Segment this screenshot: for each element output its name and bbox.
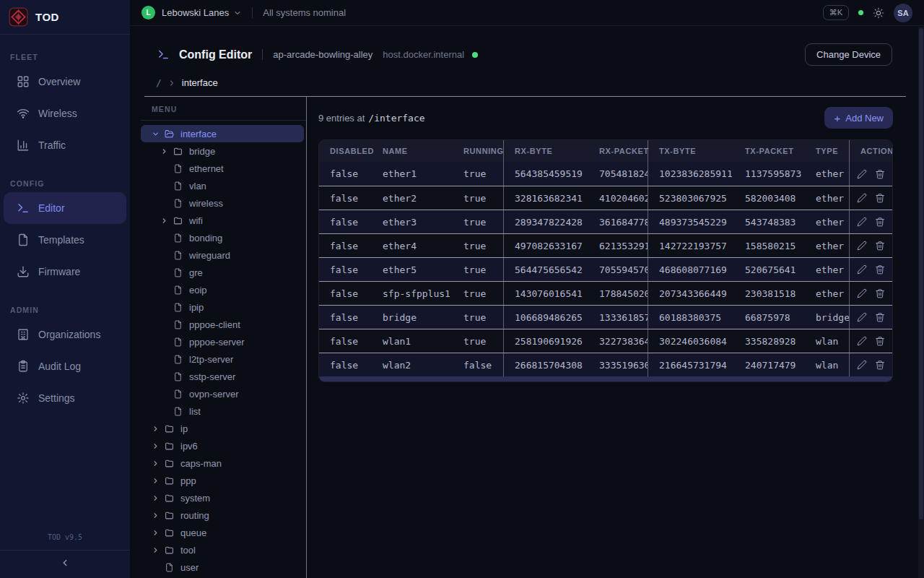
tree-item-label: ovpn-server (189, 389, 239, 400)
tree-item-pppoe-client[interactable]: pppoe-client (141, 316, 304, 333)
vertical-scrollbar-thumb[interactable] (919, 28, 923, 519)
sidebar-item-settings[interactable]: Settings (4, 382, 126, 414)
chevron-right-icon (152, 494, 165, 502)
tree-item-ovpn-server[interactable]: ovpn-server (141, 385, 304, 402)
theme-toggle-sun-icon[interactable] (873, 7, 884, 19)
sidebar-item-overview[interactable]: Overview (4, 66, 126, 98)
chart-icon (17, 139, 30, 152)
tree-item-caps-man[interactable]: caps-man (141, 454, 304, 472)
cell-running: true (453, 168, 503, 179)
delete-icon[interactable] (875, 169, 885, 179)
edit-icon[interactable] (857, 241, 867, 251)
change-device-button[interactable]: Change Device (805, 43, 892, 66)
cell-disabled: false (319, 241, 372, 251)
tree-item-ip[interactable]: ip (141, 420, 304, 437)
sidebar-item-editor[interactable]: Editor (4, 192, 126, 224)
org-selector[interactable]: Lebowski Lanes (162, 7, 229, 18)
tree-item-routing[interactable]: routing (141, 506, 304, 524)
header-divider (262, 49, 263, 60)
breadcrumb-root[interactable]: / (156, 77, 162, 88)
brand-logo[interactable]: TOD (0, 0, 130, 35)
cell-rx_packet: 322738364 (588, 336, 648, 347)
sidebar-item-audit-log[interactable]: Audit Log (4, 350, 126, 382)
command-palette-shortcut[interactable]: ⌘K (823, 5, 849, 20)
tree-item-queue[interactable]: queue (141, 524, 304, 541)
sidebar-item-traffic[interactable]: Traffic (4, 129, 126, 161)
cell-name: ether2 (372, 193, 453, 204)
edit-icon[interactable] (857, 288, 867, 298)
cell-type: ether (805, 241, 849, 251)
edit-icon[interactable] (857, 360, 867, 370)
edit-icon[interactable] (857, 312, 867, 322)
page-title: Config Editor (179, 48, 252, 61)
cell-tx_byte: 523803067925 (648, 186, 734, 210)
collapse-sidebar-button[interactable] (60, 558, 70, 568)
tree-item-interface[interactable]: interface (141, 125, 304, 142)
tree-item-label: wifi (189, 215, 203, 226)
folder-icon (165, 528, 174, 538)
row-actions (849, 306, 892, 329)
row-actions (849, 282, 892, 305)
row-actions (849, 329, 892, 353)
tree-item-ipv6[interactable]: ipv6 (141, 437, 304, 454)
sidebar-item-wireless[interactable]: Wireless (4, 98, 126, 129)
delete-icon[interactable] (875, 312, 885, 322)
interface-table: DISABLEDNAMERUNNINGRX-BYTERX-PACKETTX-BY… (318, 139, 893, 382)
sidebar-item-firmware[interactable]: Firmware (4, 256, 126, 288)
tree-item-gre[interactable]: gre (141, 264, 304, 281)
tree-item-user[interactable]: user (141, 558, 304, 576)
delete-icon[interactable] (875, 288, 885, 298)
horizontal-scrollbar-track[interactable] (319, 376, 892, 381)
delete-icon[interactable] (875, 360, 885, 370)
table-row-ether5: falseether5true5644756565427055945704686… (319, 257, 892, 281)
tree-item-tool[interactable]: tool (141, 541, 304, 558)
file-icon (173, 251, 183, 260)
tree-item-wireless[interactable]: wireless (141, 194, 304, 212)
user-avatar[interactable]: SA (894, 4, 912, 22)
sidebar: TOD FLEETOverviewWirelessTrafficCONFIGEd… (0, 0, 130, 578)
gear-icon (17, 392, 30, 405)
tree-item-wifi[interactable]: wifi (141, 212, 304, 229)
edit-icon[interactable] (857, 193, 867, 203)
tree-item-system[interactable]: system (141, 489, 304, 506)
tree-item-label: ipv6 (180, 441, 198, 452)
cell-tx_byte: 60188380375 (648, 306, 734, 329)
edit-icon[interactable] (857, 217, 867, 227)
folder-open-icon (165, 129, 174, 139)
tree-item-bonding[interactable]: bonding (141, 229, 304, 246)
edit-icon[interactable] (857, 169, 867, 179)
delete-icon[interactable] (875, 241, 885, 251)
tree-item-vlan[interactable]: vlan (141, 177, 304, 194)
file-icon (173, 389, 183, 399)
topbar-right: ⌘K SA (823, 4, 912, 22)
delete-icon[interactable] (875, 217, 885, 227)
tree-item-eoip[interactable]: eoip (141, 281, 304, 298)
tree-item-bridge[interactable]: bridge (141, 142, 304, 160)
file-icon (173, 233, 183, 243)
tree-item-wireguard[interactable]: wireguard (141, 246, 304, 264)
sidebar-item-templates[interactable]: Templates (4, 224, 126, 256)
tree-item-l2tp-server[interactable]: l2tp-server (141, 350, 304, 368)
horizontal-scrollbar-thumb[interactable] (319, 376, 892, 381)
tree-item-sstp-server[interactable]: sstp-server (141, 368, 304, 385)
device-name: ap-arcade-bowling-alley (273, 49, 372, 60)
edit-icon[interactable] (857, 264, 867, 275)
column-header-disabled: DISABLED (319, 147, 372, 155)
cell-tx_packet: 240717479 (734, 360, 805, 371)
tree-item-ppp[interactable]: ppp (141, 472, 304, 489)
add-new-button[interactable]: + Add New (824, 107, 893, 129)
delete-icon[interactable] (875, 193, 885, 203)
sidebar-item-organizations[interactable]: Organizations (4, 319, 126, 350)
edit-icon[interactable] (857, 336, 867, 346)
tree-item-ethernet[interactable]: ethernet (141, 160, 304, 177)
cell-tx_packet: 335828928 (734, 336, 805, 347)
device-host: host.docker.internal (383, 49, 464, 60)
breadcrumb-current[interactable]: interface (182, 77, 218, 88)
delete-icon[interactable] (875, 264, 885, 275)
tree-item-ipip[interactable]: ipip (141, 298, 304, 316)
tree-item-pppoe-server[interactable]: pppoe-server (141, 333, 304, 350)
chevron-down-icon[interactable] (233, 9, 242, 17)
tree-item-list[interactable]: list (141, 402, 304, 420)
delete-icon[interactable] (875, 336, 885, 346)
cell-tx_packet: 543748383 (734, 217, 805, 228)
